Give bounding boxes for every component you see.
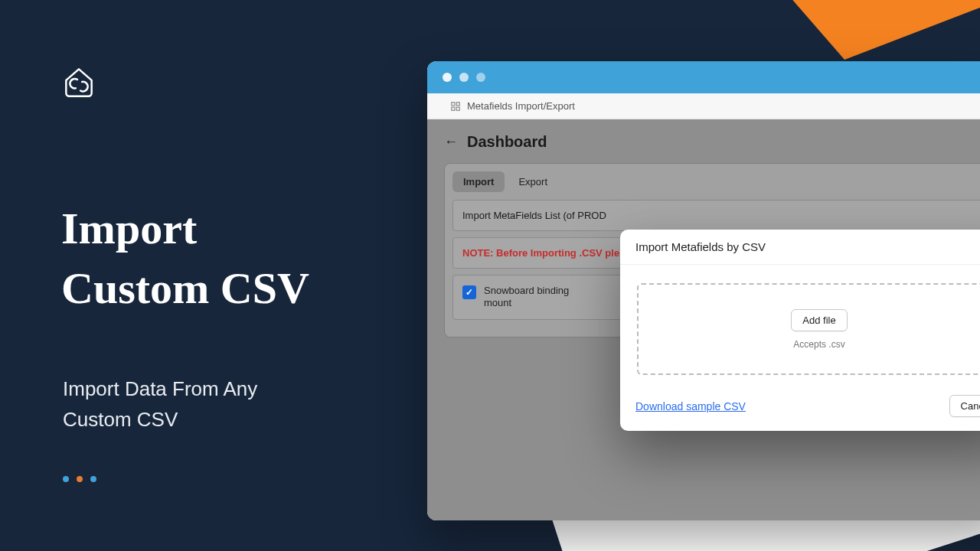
add-file-button[interactable]: Add file bbox=[791, 309, 847, 331]
download-sample-link[interactable]: Download sample CSV bbox=[635, 400, 746, 412]
headline: Import Custom CSV bbox=[61, 199, 309, 319]
dot-3[interactable] bbox=[90, 476, 96, 482]
file-dropzone[interactable]: Add file Accepts .csv bbox=[637, 283, 980, 375]
carousel-dots bbox=[63, 476, 96, 482]
tabs: Import Export bbox=[452, 171, 980, 192]
svg-rect-3 bbox=[456, 107, 459, 110]
back-arrow-icon[interactable]: ← bbox=[444, 134, 458, 150]
svg-rect-1 bbox=[456, 102, 459, 105]
app-header-title: Metafields Import/Export bbox=[467, 100, 575, 112]
svg-rect-2 bbox=[452, 107, 455, 110]
tab-export[interactable]: Export bbox=[508, 171, 558, 192]
app-logo-icon bbox=[60, 63, 98, 101]
window-zoom-icon[interactable] bbox=[476, 73, 485, 82]
accepts-hint: Accepts .csv bbox=[793, 339, 844, 350]
modal-body: Add file Accepts .csv bbox=[620, 265, 980, 386]
window-close-icon[interactable] bbox=[443, 73, 452, 82]
dot-1[interactable] bbox=[63, 476, 69, 482]
subheadline-line-1: Import Data From Any bbox=[63, 373, 257, 404]
import-csv-modal: Import Metafields by CSV Add file Accept… bbox=[620, 230, 980, 431]
checkbox-checked-icon[interactable]: ✓ bbox=[462, 285, 476, 299]
list-item-label: Snowboard binding mount bbox=[484, 285, 599, 310]
subheadline: Import Data From Any Custom CSV bbox=[63, 373, 257, 435]
window-minimize-icon[interactable] bbox=[459, 73, 469, 82]
modal-footer: Download sample CSV Cancel bbox=[620, 386, 980, 431]
breadcrumb: ← Dashboard bbox=[444, 133, 980, 151]
app-header: Metafields Import/Export bbox=[427, 93, 980, 119]
dot-2[interactable] bbox=[77, 476, 83, 482]
panel-list-header: Import MetaFields List (of PROD bbox=[452, 200, 980, 231]
modal-title: Import Metafields by CSV bbox=[620, 230, 980, 265]
app-header-icon bbox=[450, 101, 461, 112]
promo-stage: Import Custom CSV Import Data From Any C… bbox=[0, 0, 980, 551]
headline-line-1: Import bbox=[61, 199, 309, 259]
headline-line-2: Custom CSV bbox=[61, 259, 309, 318]
svg-rect-0 bbox=[452, 102, 455, 105]
page-title: Dashboard bbox=[467, 133, 547, 151]
cancel-button[interactable]: Cancel bbox=[949, 395, 980, 417]
window-titlebar bbox=[427, 61, 980, 93]
subheadline-line-2: Custom CSV bbox=[63, 404, 257, 435]
tab-import[interactable]: Import bbox=[452, 171, 505, 192]
